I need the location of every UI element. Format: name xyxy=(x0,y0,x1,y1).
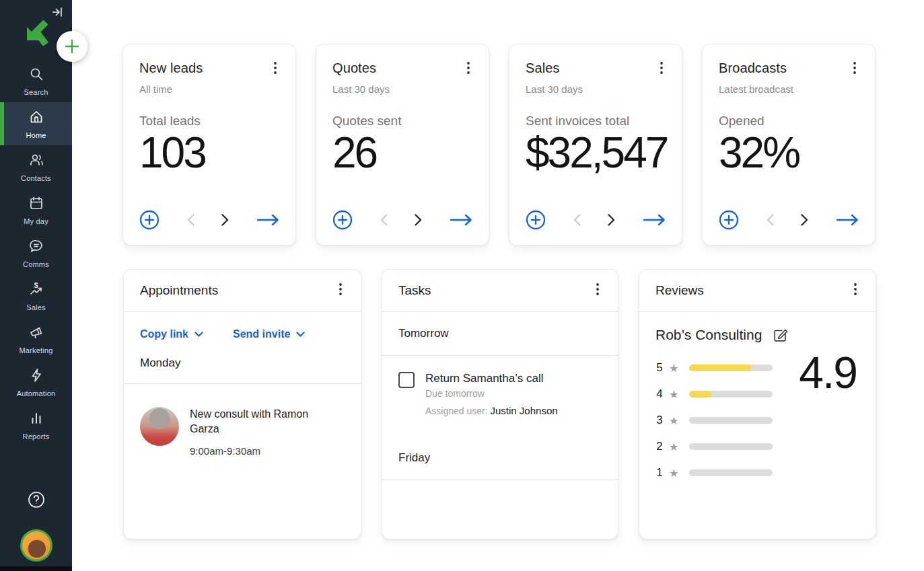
send-invite-label: Send invite xyxy=(233,328,290,340)
copy-link-label: Copy link xyxy=(140,328,188,340)
rating-bar xyxy=(689,443,773,450)
kebab-menu-icon[interactable] xyxy=(851,282,859,299)
sidebar-footer xyxy=(0,490,72,571)
star-icon: ★ xyxy=(669,467,678,480)
sidebar-item-label: Marketing xyxy=(19,346,52,354)
rating-bar-fill xyxy=(689,391,711,397)
rating-bar xyxy=(689,391,773,397)
go-to-report-arrow-icon[interactable] xyxy=(836,214,859,226)
stat-value: $32,547 xyxy=(526,131,666,174)
chevron-right-icon[interactable] xyxy=(801,214,808,226)
sidebar-item-label: Reports xyxy=(23,432,50,441)
sidebar-bottom-strip xyxy=(0,566,72,571)
kebab-menu-icon[interactable] xyxy=(464,61,472,78)
task-assigned-label: Assigned user: xyxy=(425,406,491,416)
stat-period: Last 30 days xyxy=(526,83,666,95)
go-to-report-arrow-icon[interactable] xyxy=(643,214,666,226)
stat-value: 26 xyxy=(332,131,472,174)
edit-icon[interactable] xyxy=(773,328,788,343)
stat-value: 103 xyxy=(139,131,279,174)
quick-add-button[interactable] xyxy=(57,31,87,62)
stat-card-quotes: Quotes Last 30 days Quotes sent 26 xyxy=(316,44,489,245)
rating-breakdown: 5 ★ 4 ★ 3 ★ 2 xyxy=(655,360,790,480)
sidebar-item-label: Search xyxy=(24,88,48,96)
calendar-icon xyxy=(28,195,44,214)
stat-card-broadcasts: Broadcasts Latest broadcast Opened 32% xyxy=(702,44,876,245)
stat-period: Last 30 days xyxy=(332,83,472,95)
stat-metric-label: Opened xyxy=(719,114,859,128)
stat-period: All time xyxy=(139,83,279,95)
marketing-icon xyxy=(28,324,44,343)
star-icon: ★ xyxy=(669,414,678,427)
sidebar-item-comms[interactable]: Comms xyxy=(0,231,72,274)
stat-card-sales: Sales Last 30 days Sent invoices total $… xyxy=(509,44,682,245)
reports-icon xyxy=(28,410,44,429)
sidebar: Search Home Contacts xyxy=(0,0,72,571)
star-icon: ★ xyxy=(669,441,678,453)
card-title: Tasks xyxy=(398,283,431,298)
kebab-menu-icon[interactable] xyxy=(851,61,859,78)
kebab-menu-icon[interactable] xyxy=(271,61,279,78)
task-assigned-row: Assigned user: Justin Johnson xyxy=(425,405,558,416)
send-invite-dropdown[interactable]: Send invite xyxy=(233,328,305,340)
task-title[interactable]: Return Samantha’s call xyxy=(425,372,558,385)
add-circle-icon[interactable] xyxy=(526,210,546,230)
sidebar-item-sales[interactable]: $ Sales xyxy=(0,274,72,317)
add-circle-icon[interactable] xyxy=(139,210,159,230)
copy-link-dropdown[interactable]: Copy link xyxy=(140,328,203,340)
kebab-menu-icon[interactable] xyxy=(658,61,666,78)
chevron-right-icon[interactable] xyxy=(608,214,615,226)
tasks-card: Tasks Tomorrow Return Samantha’s call Du… xyxy=(382,269,618,539)
sidebar-item-label: Contacts xyxy=(21,174,51,182)
sales-icon: $ xyxy=(28,281,44,300)
sidebar-item-reports[interactable]: Reports xyxy=(0,404,72,447)
appointments-card: Appointments Copy link Send invite Monda… xyxy=(123,269,361,539)
kebab-menu-icon[interactable] xyxy=(594,282,602,299)
appointments-day-label: Monday xyxy=(124,344,361,384)
user-avatar[interactable] xyxy=(20,529,52,562)
card-title: Broadcasts xyxy=(719,61,787,76)
appointment-item[interactable]: New consult with Ramon Garza 9:00am-9:30… xyxy=(124,384,361,480)
appointment-title: New consult with Ramon Garza xyxy=(190,407,324,436)
chevron-left-icon xyxy=(380,214,388,226)
appointment-time: 9:00am-9:30am xyxy=(190,445,324,457)
sidebar-item-search[interactable]: Search xyxy=(0,59,72,102)
chevron-down-icon xyxy=(194,332,203,337)
rating-row: 1 ★ xyxy=(655,465,790,480)
sidebar-item-contacts[interactable]: Contacts xyxy=(0,145,72,188)
stat-card-row: New leads All time Total leads 103 xyxy=(122,44,924,245)
card-title: Appointments xyxy=(140,283,218,298)
sidebar-item-label: Sales xyxy=(26,303,46,311)
sidebar-item-automation[interactable]: Automation xyxy=(0,360,72,404)
sidebar-item-label: My day xyxy=(24,217,48,225)
star-icon: ★ xyxy=(669,388,678,401)
contacts-icon xyxy=(28,152,44,171)
card-title: Sales xyxy=(526,61,560,76)
card-title: New leads xyxy=(139,61,203,76)
kebab-menu-icon[interactable] xyxy=(336,282,345,299)
chevron-right-icon[interactable] xyxy=(221,214,229,226)
rating-row: 3 ★ xyxy=(655,413,790,428)
rating-bar-fill xyxy=(689,365,751,371)
add-circle-icon[interactable] xyxy=(332,210,353,230)
add-circle-icon[interactable] xyxy=(719,210,739,230)
svg-text:$: $ xyxy=(34,281,38,289)
rating-star-count: 5 xyxy=(655,361,664,375)
chevron-right-icon[interactable] xyxy=(415,214,422,226)
go-to-report-arrow-icon[interactable] xyxy=(256,214,279,226)
home-icon xyxy=(28,109,44,128)
sidebar-item-home[interactable]: Home xyxy=(0,102,72,145)
go-to-report-arrow-icon[interactable] xyxy=(450,214,472,226)
stat-metric-label: Quotes sent xyxy=(332,114,472,128)
sidebar-item-my-day[interactable]: My day xyxy=(0,188,72,231)
chevron-down-icon xyxy=(296,332,305,337)
task-checkbox[interactable] xyxy=(398,372,415,388)
rating-star-count: 4 xyxy=(655,387,664,401)
sidebar-item-marketing[interactable]: Marketing xyxy=(0,317,72,360)
keap-logo[interactable] xyxy=(22,17,50,48)
rating-row: 5 ★ xyxy=(655,360,790,375)
stat-metric-label: Total leads xyxy=(139,114,279,128)
tasks-section-label: Tomorrow xyxy=(382,312,618,356)
expand-sidebar-icon[interactable] xyxy=(52,7,63,20)
help-icon[interactable] xyxy=(27,490,46,512)
